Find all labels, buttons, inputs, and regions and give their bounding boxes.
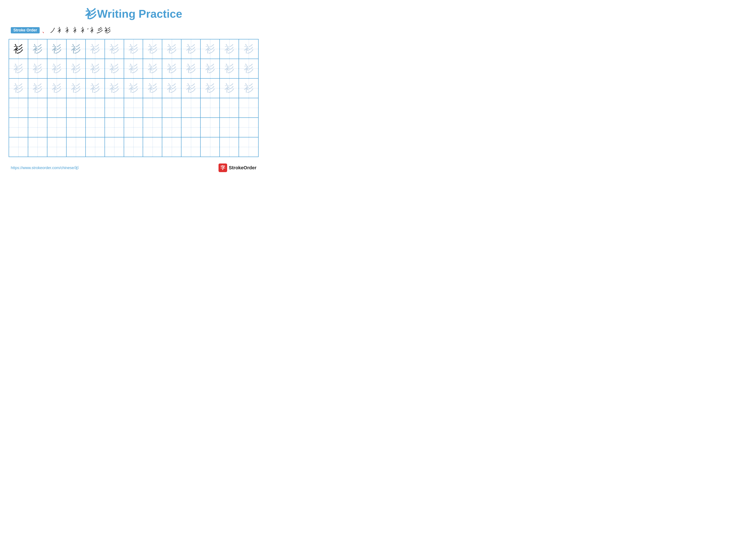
grid-cell-3-9: 衫 <box>162 79 181 98</box>
grid-cell-6-1[interactable] <box>9 138 28 157</box>
grid-cell-3-8: 衫 <box>143 79 162 98</box>
stroke-step-3: 衤 <box>58 26 64 35</box>
grid-cell-5-6[interactable] <box>105 118 124 137</box>
grid-cell-6-4[interactable] <box>67 138 86 157</box>
grid-cell-3-10: 衫 <box>181 79 201 98</box>
grid-cell-6-8[interactable] <box>143 138 162 157</box>
grid-cell-2-8: 衫 <box>143 59 162 78</box>
grid-cell-5-5[interactable] <box>86 118 105 137</box>
footer-logo: 字 StrokeOrder <box>219 164 256 172</box>
grid-cell-3-3: 衫 <box>47 79 67 98</box>
grid-cell-4-10[interactable] <box>181 98 201 117</box>
grid-row-4 <box>9 98 258 118</box>
practice-grid: 衫 衫 衫 衫 衫 衫 衫 衫 衫 衫 衫 衫 衫 衫 衫 衫 衫 衫 衫 衫 … <box>9 39 258 157</box>
grid-cell-4-9[interactable] <box>162 98 181 117</box>
grid-cell-1-7: 衫 <box>124 39 143 59</box>
grid-cell-4-7[interactable] <box>124 98 143 117</box>
grid-cell-2-13: 衫 <box>239 59 258 78</box>
stroke-step-4: 衤 <box>65 26 72 35</box>
grid-cell-5-10[interactable] <box>181 118 201 137</box>
stroke-step-8: 衫 <box>104 26 111 35</box>
grid-cell-3-1: 衫 <box>9 79 28 98</box>
grid-row-6 <box>9 138 258 157</box>
grid-cell-3-13: 衫 <box>239 79 258 98</box>
grid-cell-1-3: 衫 <box>47 39 67 59</box>
title-char: 衫 <box>85 8 96 20</box>
grid-cell-5-2[interactable] <box>28 118 47 137</box>
grid-cell-2-5: 衫 <box>86 59 105 78</box>
grid-cell-2-6: 衫 <box>105 59 124 78</box>
grid-cell-1-13: 衫 <box>239 39 258 59</box>
grid-cell-6-5[interactable] <box>86 138 105 157</box>
grid-row-2: 衫 衫 衫 衫 衫 衫 衫 衫 衫 衫 衫 衫 衫 <box>9 59 258 79</box>
grid-cell-6-2[interactable] <box>28 138 47 157</box>
grid-cell-6-6[interactable] <box>105 138 124 157</box>
grid-cell-3-7: 衫 <box>124 79 143 98</box>
grid-cell-1-6: 衫 <box>105 39 124 59</box>
grid-cell-1-10: 衫 <box>181 39 201 59</box>
grid-cell-5-7[interactable] <box>124 118 143 137</box>
grid-cell-3-6: 衫 <box>105 79 124 98</box>
grid-row-5 <box>9 118 258 138</box>
strokeorder-logo-icon: 字 <box>219 164 227 172</box>
grid-cell-6-3[interactable] <box>47 138 67 157</box>
stroke-steps: 、 ノ 衤 衤 衤 衤′ 衤彡 衫 <box>42 26 111 35</box>
grid-cell-3-4: 衫 <box>67 79 86 98</box>
grid-cell-5-3[interactable] <box>47 118 67 137</box>
grid-cell-3-12: 衫 <box>220 79 239 98</box>
grid-cell-4-6[interactable] <box>105 98 124 117</box>
footer: https://www.strokeorder.com/chinese/衫 字 … <box>9 164 258 172</box>
stroke-step-6: 衤′ <box>81 26 89 35</box>
grid-cell-3-5: 衫 <box>86 79 105 98</box>
grid-cell-1-5: 衫 <box>86 39 105 59</box>
grid-cell-3-11: 衫 <box>201 79 220 98</box>
grid-cell-4-4[interactable] <box>67 98 86 117</box>
page-title: 衫 Writing Practice <box>9 7 258 21</box>
stroke-order-badge: Stroke Order <box>11 27 40 33</box>
grid-cell-2-4: 衫 <box>67 59 86 78</box>
grid-cell-2-12: 衫 <box>220 59 239 78</box>
grid-cell-1-2: 衫 <box>28 39 47 59</box>
grid-cell-6-10[interactable] <box>181 138 201 157</box>
grid-cell-2-2: 衫 <box>28 59 47 78</box>
grid-cell-6-12[interactable] <box>220 138 239 157</box>
grid-cell-4-12[interactable] <box>220 98 239 117</box>
grid-cell-4-11[interactable] <box>201 98 220 117</box>
grid-cell-1-8: 衫 <box>143 39 162 59</box>
grid-cell-5-8[interactable] <box>143 118 162 137</box>
grid-cell-2-11: 衫 <box>201 59 220 78</box>
grid-cell-1-12: 衫 <box>220 39 239 59</box>
grid-cell-4-3[interactable] <box>47 98 67 117</box>
grid-cell-2-10: 衫 <box>181 59 201 78</box>
grid-cell-4-2[interactable] <box>28 98 47 117</box>
grid-cell-1-11: 衫 <box>201 39 220 59</box>
grid-cell-3-2: 衫 <box>28 79 47 98</box>
grid-cell-1-4: 衫 <box>67 39 86 59</box>
grid-cell-2-9: 衫 <box>162 59 181 78</box>
grid-cell-2-7: 衫 <box>124 59 143 78</box>
grid-cell-6-13[interactable] <box>239 138 258 157</box>
grid-cell-5-1[interactable] <box>9 118 28 137</box>
grid-cell-2-3: 衫 <box>47 59 67 78</box>
grid-cell-1-9: 衫 <box>162 39 181 59</box>
title-label: Writing Practice <box>97 8 182 20</box>
grid-cell-4-1[interactable] <box>9 98 28 117</box>
grid-cell-4-5[interactable] <box>86 98 105 117</box>
stroke-step-7: 衤彡 <box>90 26 103 35</box>
footer-url: https://www.strokeorder.com/chinese/衫 <box>11 165 79 170</box>
grid-cell-6-9[interactable] <box>162 138 181 157</box>
grid-row-3: 衫 衫 衫 衫 衫 衫 衫 衫 衫 衫 衫 衫 衫 <box>9 79 258 98</box>
footer-logo-text: StrokeOrder <box>229 165 256 171</box>
grid-cell-5-9[interactable] <box>162 118 181 137</box>
grid-cell-4-8[interactable] <box>143 98 162 117</box>
grid-cell-5-12[interactable] <box>220 118 239 137</box>
grid-cell-1-1: 衫 <box>9 39 28 59</box>
grid-cell-5-4[interactable] <box>67 118 86 137</box>
grid-cell-6-11[interactable] <box>201 138 220 157</box>
grid-cell-5-11[interactable] <box>201 118 220 137</box>
grid-cell-6-7[interactable] <box>124 138 143 157</box>
grid-cell-4-13[interactable] <box>239 98 258 117</box>
grid-cell-5-13[interactable] <box>239 118 258 137</box>
stroke-step-5: 衤 <box>73 26 80 35</box>
grid-row-1: 衫 衫 衫 衫 衫 衫 衫 衫 衫 衫 衫 衫 衫 <box>9 39 258 59</box>
